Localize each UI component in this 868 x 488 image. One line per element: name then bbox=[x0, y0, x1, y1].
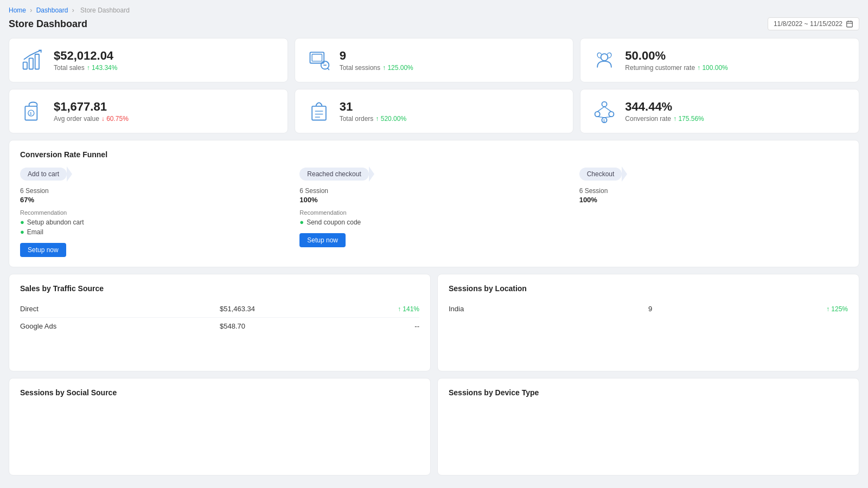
svg-rect-0 bbox=[847, 21, 853, 27]
conversion-icon: $ bbox=[591, 98, 617, 124]
metric-card-total-orders: 31 Total orders ↑ 520.00% bbox=[295, 89, 574, 133]
funnel-step2-percent: 100% bbox=[299, 196, 568, 204]
sales-icon bbox=[20, 47, 46, 73]
panel-social-source: Sessions by Social Source bbox=[9, 378, 431, 476]
funnel-step1-percent: 67% bbox=[20, 196, 289, 204]
date-range-picker[interactable]: 11/8/2022 ~ 11/15/2022 bbox=[768, 17, 859, 30]
traffic-row-direct: Direct $51,463.34 ↑ 141% bbox=[20, 300, 419, 318]
svg-text:$: $ bbox=[30, 111, 32, 116]
funnel-step2-rec-label: Recommendation bbox=[299, 209, 568, 216]
traffic-google-change: -- bbox=[353, 322, 419, 330]
funnel-step3-percent: 100% bbox=[579, 196, 848, 204]
funnel-step1-sessions: 6 Session bbox=[20, 187, 289, 195]
panel-sessions-location: Sessions by Location India 9 ↑ 125% bbox=[437, 274, 859, 371]
svg-rect-6 bbox=[35, 54, 39, 69]
svg-rect-8 bbox=[312, 54, 322, 61]
device-type-title: Sessions by Device Type bbox=[449, 388, 848, 397]
svg-point-21 bbox=[595, 112, 600, 117]
funnel-step2-sessions: 6 Session bbox=[299, 187, 568, 195]
svg-line-23 bbox=[597, 107, 604, 112]
social-source-title: Sessions by Social Source bbox=[20, 388, 419, 397]
funnel-step1-rec-2: ● Email bbox=[20, 228, 289, 236]
metric-info-total-sales: $52,012.04 Total sales ↑ 143.34% bbox=[54, 49, 117, 72]
funnel-step2-rec-1: ● Send coupon code bbox=[299, 218, 568, 226]
metric-card-conversion: $ 344.44% Conversion rate ↑ 175.56% bbox=[580, 89, 859, 133]
check-icon-3: ● bbox=[299, 218, 304, 226]
svg-rect-5 bbox=[29, 58, 33, 69]
funnel-badge-add-to-cart: Add to cart bbox=[20, 168, 67, 181]
panel-device-type: Sessions by Device Type bbox=[437, 378, 859, 476]
location-row-india: India 9 ↑ 125% bbox=[449, 300, 848, 317]
panel-traffic-source: Sales by Traffic Source Direct $51,463.3… bbox=[9, 274, 431, 371]
breadcrumb: Home › Dashboard › Store Dashboard bbox=[9, 7, 859, 14]
bottom-grid-row2: Sessions by Social Source Sessions by De… bbox=[9, 378, 859, 476]
metric-card-returning-rate: 50.00% Returning customer rate ↑ 100.00% bbox=[580, 38, 859, 82]
avg-order-change: ↓ 60.75% bbox=[101, 115, 129, 123]
location-india-change: ↑ 125% bbox=[781, 305, 848, 313]
funnel-step-add-to-cart: Add to cart 6 Session 67% Recommendation… bbox=[20, 168, 299, 257]
svg-text:$: $ bbox=[603, 119, 605, 123]
svg-line-27 bbox=[597, 117, 604, 118]
funnel-step3-sessions: 6 Session bbox=[579, 187, 848, 195]
funnel-step1-rec-1: ● Setup abundon cart bbox=[20, 218, 289, 226]
metrics-row-2: $ $1,677.81 Avg order value ↓ 60.75% bbox=[9, 89, 859, 133]
traffic-google-value: $548.70 bbox=[220, 322, 353, 330]
funnel-steps: Add to cart 6 Session 67% Recommendation… bbox=[20, 168, 848, 257]
returning-rate-change: ↑ 100.00% bbox=[697, 64, 728, 72]
funnel-title: Conversion Rate Funnel bbox=[20, 150, 848, 159]
location-india-value: 9 bbox=[648, 305, 781, 313]
setup-now-button-2[interactable]: Setup now bbox=[299, 233, 346, 247]
funnel-badge-reached-checkout: Reached checkout bbox=[299, 168, 368, 181]
breadcrumb-home[interactable]: Home bbox=[9, 7, 26, 14]
returning-rate-value: 50.00% bbox=[625, 49, 727, 63]
total-sessions-value: 9 bbox=[340, 49, 413, 63]
page-header: Store Dashboard 11/8/2022 ~ 11/15/2022 bbox=[9, 17, 859, 30]
svg-point-20 bbox=[602, 102, 607, 107]
conversion-rate-value: 344.44% bbox=[625, 100, 704, 114]
traffic-source-title: Sales by Traffic Source bbox=[20, 284, 419, 293]
funnel-step-reached-checkout: Reached checkout 6 Session 100% Recommen… bbox=[299, 168, 579, 257]
order-icon: $ bbox=[20, 98, 46, 124]
total-orders-value: 31 bbox=[340, 100, 406, 114]
avg-order-value: $1,677.81 bbox=[54, 100, 129, 114]
total-sales-label: Total sales ↑ 143.34% bbox=[54, 64, 117, 72]
traffic-google-name: Google Ads bbox=[20, 322, 220, 330]
svg-point-12 bbox=[601, 54, 608, 61]
total-sessions-label: Total sessions ↑ 125.00% bbox=[340, 64, 413, 72]
total-orders-change: ↑ 520.00% bbox=[375, 115, 406, 123]
orders-icon bbox=[306, 98, 332, 124]
setup-now-button-1[interactable]: Setup now bbox=[20, 243, 66, 257]
metric-card-total-sessions: 9 Total sessions ↑ 125.00% bbox=[295, 38, 574, 82]
svg-rect-4 bbox=[23, 62, 27, 69]
traffic-direct-name: Direct bbox=[20, 305, 220, 313]
breadcrumb-dashboard[interactable]: Dashboard bbox=[36, 7, 68, 14]
conversion-rate-label: Conversion rate ↑ 175.56% bbox=[625, 115, 704, 123]
funnel-step-checkout: Checkout 6 Session 100% bbox=[579, 168, 848, 257]
metric-info-total-sessions: 9 Total sessions ↑ 125.00% bbox=[340, 49, 413, 72]
traffic-direct-change: ↑ 141% bbox=[353, 305, 419, 313]
traffic-row-google: Google Ads $548.70 -- bbox=[20, 318, 419, 335]
svg-line-11 bbox=[327, 68, 329, 70]
date-range-label: 11/8/2022 ~ 11/15/2022 bbox=[774, 20, 843, 28]
metrics-row-1: $52,012.04 Total sales ↑ 143.34% 9 bbox=[9, 38, 859, 82]
svg-point-22 bbox=[609, 112, 614, 117]
metric-card-total-sales: $52,012.04 Total sales ↑ 143.34% bbox=[9, 38, 288, 82]
funnel-badge-checkout: Checkout bbox=[579, 168, 622, 181]
conversion-rate-change: ↑ 175.56% bbox=[673, 115, 704, 123]
bottom-grid-row1: Sales by Traffic Source Direct $51,463.3… bbox=[9, 274, 859, 371]
svg-line-24 bbox=[604, 107, 611, 112]
breadcrumb-current: Store Dashboard bbox=[80, 7, 130, 14]
svg-rect-16 bbox=[312, 106, 326, 120]
metric-info-conversion: 344.44% Conversion rate ↑ 175.56% bbox=[625, 100, 704, 123]
metric-card-avg-order: $ $1,677.81 Avg order value ↓ 60.75% bbox=[9, 89, 288, 133]
total-sessions-change: ↑ 125.00% bbox=[382, 64, 413, 72]
total-orders-label: Total orders ↑ 520.00% bbox=[340, 115, 406, 123]
total-sales-change: ↑ 143.34% bbox=[87, 64, 118, 72]
total-sales-value: $52,012.04 bbox=[54, 49, 117, 63]
funnel-section: Conversion Rate Funnel Add to cart 6 Ses… bbox=[9, 140, 859, 267]
funnel-step1-rec-label: Recommendation bbox=[20, 209, 289, 216]
traffic-direct-value: $51,463.34 bbox=[220, 305, 353, 313]
location-india-name: India bbox=[449, 305, 648, 313]
check-icon-2: ● bbox=[20, 228, 24, 236]
metric-info-avg-order: $1,677.81 Avg order value ↓ 60.75% bbox=[54, 100, 129, 123]
